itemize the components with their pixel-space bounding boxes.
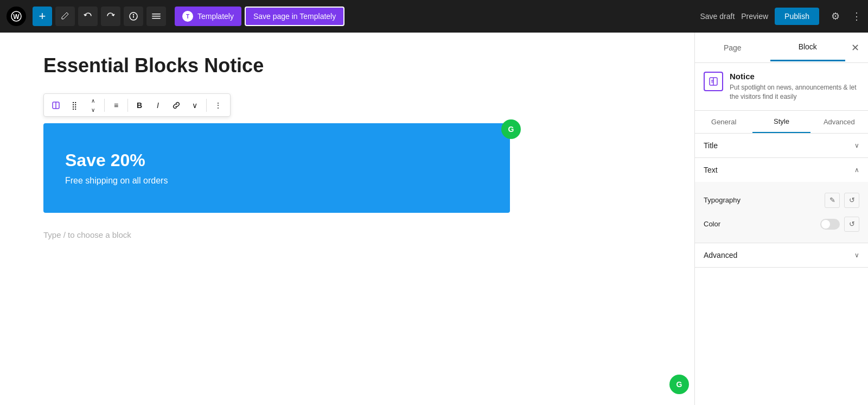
save-draft-button[interactable]: Save draft [700,12,735,21]
style-tab-general[interactable]: General [695,111,752,133]
templately-button[interactable]: T Templately [175,7,241,26]
advanced-panel-chevron: ∨ [854,251,859,259]
style-tab-style[interactable]: Style [752,111,810,133]
notice-block: Save 20% Free shipping on all orders [43,123,510,213]
more-options-button[interactable]: ⋮ [852,10,861,22]
svg-point-4 [133,15,134,15]
redo-button[interactable] [101,7,120,26]
add-block-button[interactable]: + [33,7,52,26]
toolbar-right: Save draft Preview Publish ⚙ ⋮ [700,7,861,26]
templately-label: Templately [197,12,234,21]
title-panel-chevron: ∨ [854,142,859,149]
svg-text:W: W [13,13,20,21]
drag-handle-button[interactable]: ⣿ [66,97,83,114]
typography-row: Typography ✎ ↺ [704,188,859,212]
settings-button[interactable]: ⚙ [826,7,845,26]
style-tab-advanced[interactable]: Advanced [810,111,868,133]
color-toggle[interactable] [820,219,840,230]
tab-block[interactable]: Block [770,34,846,61]
advanced-panel: Advanced ∨ [695,243,868,268]
tab-page[interactable]: Page [695,35,770,61]
block-info-text: Notice Put spotlight on news, announceme… [730,72,859,102]
text-panel-chevron: ∧ [854,166,859,174]
toolbar-separator-2 [127,99,128,112]
toolbar-separator-1 [104,99,105,112]
grammarly-badge: G [501,119,521,139]
align-button[interactable]: ≡ [107,97,125,114]
block-type-button[interactable] [47,97,65,114]
title-panel-toggle[interactable]: Title ∨ [695,134,868,157]
typography-reset-button[interactable]: ↺ [844,193,859,208]
color-label: Color [704,220,720,228]
block-info: Notice Put spotlight on news, announceme… [695,63,868,111]
typography-actions: ✎ ↺ [825,193,859,208]
save-templately-label: Save page in Templately [253,12,336,21]
color-actions: ↺ [820,217,859,232]
text-panel: Text ∧ Typography ✎ ↺ Color ↺ [695,158,868,243]
preview-button[interactable]: Preview [741,12,768,21]
layout: Essential Blocks Notice G ⣿ ∧ ∨ ≡ B I ∨ [0,33,868,405]
undo-button[interactable] [78,7,98,26]
page-title: Essential Blocks Notice [43,54,651,77]
right-sidebar: Page Block ✕ Notice Put spotlight on new… [694,33,868,405]
typography-edit-button[interactable]: ✎ [825,193,840,208]
advanced-panel-label: Advanced [704,251,737,260]
move-up-button[interactable]: ∧ [84,96,101,105]
main-toolbar: W + T Templately Save page in Templately… [0,0,868,33]
text-panel-content: Typography ✎ ↺ Color ↺ [695,182,868,243]
block-more-menu[interactable]: ⋮ [209,97,227,114]
advanced-panel-toggle[interactable]: Advanced ∨ [695,243,868,267]
text-panel-label: Text [704,166,718,174]
typography-label: Typography [704,196,741,204]
title-panel: Title ∨ [695,134,868,158]
bold-button[interactable]: B [131,97,148,114]
save-templately-button[interactable]: Save page in Templately [245,7,344,26]
menu-button[interactable] [146,7,166,26]
toolbar-separator-3 [206,99,207,112]
color-row: Color ↺ [704,212,859,236]
block-toolbar: ⣿ ∧ ∨ ≡ B I ∨ ⋮ [43,93,231,117]
svg-rect-6 [152,16,161,17]
editor-area: Essential Blocks Notice G ⣿ ∧ ∨ ≡ B I ∨ [0,33,694,405]
block-info-icon [704,72,723,91]
style-tabs: General Style Advanced [695,111,868,134]
notice-title: Save 20% [65,150,488,170]
publish-label: Publish [784,12,809,21]
grammarly-bottom-badge: G [669,375,689,394]
text-panel-toggle[interactable]: Text ∧ [695,158,868,182]
more-block-options[interactable]: ∨ [186,97,203,114]
move-down-button[interactable]: ∨ [84,105,101,114]
link-button[interactable] [168,97,185,114]
publish-button[interactable]: Publish [775,8,819,25]
sidebar-close-button[interactable]: ✕ [845,38,865,58]
templately-icon: T [182,11,193,22]
sidebar-header: Page Block ✕ [695,33,868,63]
notice-subtitle: Free shipping on all orders [65,176,488,186]
title-panel-label: Title [704,141,718,150]
edit-mode-button[interactable] [55,7,75,26]
info-button[interactable] [124,7,143,26]
block-name: Notice [730,72,859,81]
italic-button[interactable]: I [149,97,167,114]
color-reset-button[interactable]: ↺ [844,217,859,232]
block-description: Put spotlight on news, announcements & l… [730,83,859,102]
svg-rect-7 [152,18,161,19]
svg-rect-5 [152,14,161,15]
preview-label: Preview [741,12,768,21]
type-hint[interactable]: Type / to choose a block [43,224,651,246]
save-draft-label: Save draft [700,12,735,21]
wp-logo: W [7,7,26,26]
